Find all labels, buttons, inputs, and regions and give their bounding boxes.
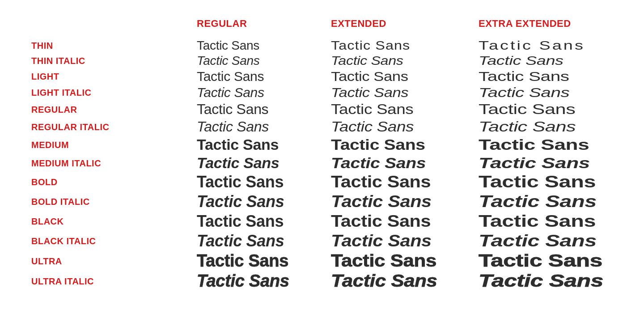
extended-column-header: EXTENDED — [331, 18, 479, 30]
table-row: MEDIUM Tactic Sans Tactic Sans Tactic Sa… — [27, 136, 617, 153]
weight-label: THIN ITALIC — [31, 55, 197, 67]
regular-sample: Tactic Sans — [197, 154, 331, 172]
extended-sample: Tactic Sans — [331, 85, 479, 100]
extra-extended-sample: Tactic Sans — [479, 101, 631, 118]
extra-extended-sample: Tactic Sans — [479, 232, 631, 250]
extra-extended-sample: Tactic Sans — [479, 119, 631, 135]
extended-sample: Tactic Sans — [331, 251, 479, 271]
weight-label: BOLD — [31, 176, 197, 188]
extended-sample: Tactic Sans — [331, 101, 479, 118]
table-row: REGULAR ITALIC Tactic Sans Tactic Sans T… — [27, 119, 617, 135]
regular-sample: Tactic Sans — [197, 119, 331, 135]
column-headers: REGULAR EXTENDED EXTRA EXTENDED — [27, 18, 617, 30]
regular-sample: Tactic Sans — [197, 212, 331, 231]
extra-extended-sample: Tactic Sans — [479, 173, 631, 191]
extra-extended-sample: Tactic Sans — [479, 251, 631, 271]
extra-extended-sample: Tactic Sans — [479, 192, 631, 211]
extended-sample: Tactic Sans — [331, 192, 479, 211]
extra-extended-sample: Tactic Sans — [479, 54, 631, 68]
extended-sample: Tactic Sans — [331, 173, 479, 191]
table-row: REGULAR Tactic Sans Tactic Sans Tactic S… — [27, 101, 617, 118]
regular-sample: Tactic Sans — [197, 173, 331, 191]
table-row: ULTRA Tactic Sans Tactic Sans Tactic San… — [27, 251, 617, 271]
table-row: THIN Tactic Sans Tactic Sans Tactic Sans — [27, 38, 617, 53]
regular-sample: Tactic Sans — [197, 101, 331, 118]
extended-sample: Tactic Sans — [331, 38, 479, 53]
weight-label: REGULAR ITALIC — [31, 121, 197, 133]
weight-label: BOLD ITALIC — [31, 196, 197, 208]
extra-extended-sample: Tactic Sans — [479, 85, 631, 100]
regular-sample: Tactic Sans — [197, 136, 331, 153]
table-row: ULTRA ITALIC Tactic Sans Tactic Sans Tac… — [27, 271, 617, 291]
extended-sample: Tactic Sans — [331, 136, 479, 153]
weight-label: LIGHT — [31, 71, 197, 82]
table-row: BLACK ITALIC Tactic Sans Tactic Sans Tac… — [27, 232, 617, 250]
weight-label: ULTRA — [31, 255, 197, 267]
extended-sample: Tactic Sans — [331, 271, 479, 291]
extended-sample: Tactic Sans — [331, 232, 479, 250]
regular-sample: Tactic Sans — [197, 38, 331, 53]
extended-sample: Tactic Sans — [331, 54, 479, 68]
extra-extended-sample: Tactic Sans — [479, 271, 631, 291]
table-row: THIN ITALIC Tactic Sans Tactic Sans Tact… — [27, 54, 617, 68]
table-row: BOLD ITALIC Tactic Sans Tactic Sans Tact… — [27, 192, 617, 211]
extended-sample: Tactic Sans — [331, 119, 479, 135]
regular-sample: Tactic Sans — [197, 251, 331, 271]
weight-label: REGULAR — [31, 104, 197, 115]
weight-label: MEDIUM — [31, 139, 197, 151]
regular-sample: Tactic Sans — [197, 69, 331, 84]
table-row: BLACK Tactic Sans Tactic Sans Tactic San… — [27, 212, 617, 231]
main-container: REGULAR EXTENDED EXTRA EXTENDED THIN Tac… — [0, 0, 644, 309]
table-row: LIGHT ITALIC Tactic Sans Tactic Sans Tac… — [27, 85, 617, 100]
table-row: LIGHT Tactic Sans Tactic Sans Tactic San… — [27, 69, 617, 84]
extra-extended-column-header: EXTRA EXTENDED — [479, 18, 631, 30]
weight-label: THIN — [31, 40, 197, 51]
regular-sample: Tactic Sans — [197, 192, 331, 211]
extra-extended-sample: Tactic Sans — [479, 38, 631, 53]
weight-label: BLACK ITALIC — [31, 235, 197, 247]
regular-sample: Tactic Sans — [197, 271, 331, 291]
weight-label: BLACK — [31, 216, 197, 227]
regular-sample: Tactic Sans — [197, 85, 331, 100]
regular-column-header: REGULAR — [197, 18, 331, 30]
regular-sample: Tactic Sans — [197, 54, 331, 68]
extra-extended-sample: Tactic Sans — [479, 69, 631, 84]
extra-extended-sample: Tactic Sans — [479, 154, 631, 172]
extra-extended-sample: Tactic Sans — [479, 212, 631, 231]
regular-sample: Tactic Sans — [197, 232, 331, 250]
weight-label: ULTRA ITALIC — [31, 275, 197, 287]
table-row: MEDIUM ITALIC Tactic Sans Tactic Sans Ta… — [27, 154, 617, 172]
table-row: BOLD Tactic Sans Tactic Sans Tactic Sans — [27, 173, 617, 191]
extended-sample: Tactic Sans — [331, 154, 479, 172]
weight-label: LIGHT ITALIC — [31, 87, 197, 98]
extended-sample: Tactic Sans — [331, 212, 479, 231]
extra-extended-sample: Tactic Sans — [479, 136, 631, 153]
extended-sample: Tactic Sans — [331, 69, 479, 84]
weight-label: MEDIUM ITALIC — [31, 157, 197, 169]
